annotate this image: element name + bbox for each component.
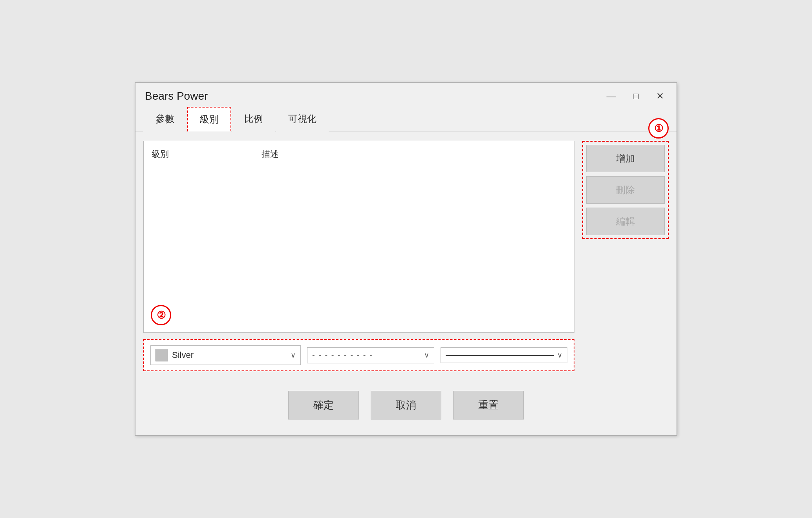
action-buttons-wrapper: 增加 刪除 編輯	[582, 141, 669, 239]
bottom-controls: Silver ∨ - - - - - - - - - - ∨ ∨	[143, 339, 574, 371]
tab-level[interactable]: 級別	[187, 107, 231, 131]
content-area: 級別 描述 ② Silver ∨ - - - - -	[135, 131, 677, 379]
tab-visual[interactable]: 可視化	[276, 107, 329, 131]
table-header: 級別 描述	[144, 141, 574, 165]
line-style-arrow: ∨	[557, 351, 562, 359]
close-button[interactable]: ✕	[653, 90, 667, 102]
cancel-button[interactable]: 取消	[371, 391, 441, 420]
color-dropdown-arrow: ∨	[291, 351, 296, 359]
line-solid-display	[446, 355, 554, 356]
maximize-button[interactable]: □	[630, 90, 642, 102]
tab-scale[interactable]: 比例	[232, 107, 275, 131]
tab-params[interactable]: 參數	[143, 107, 187, 131]
line-style-selector[interactable]: ∨	[441, 347, 568, 363]
line-pattern-display: - - - - - - - - - -	[312, 351, 424, 360]
color-swatch	[155, 349, 168, 361]
ok-button[interactable]: 確定	[288, 391, 359, 420]
main-window: Bears Power — □ ✕ 參數 級別 比例 可視化 級別 描述	[135, 82, 677, 436]
edit-button[interactable]: 編輯	[586, 208, 665, 235]
color-label: Silver	[172, 350, 287, 360]
add-button[interactable]: 增加	[586, 145, 665, 172]
right-panel: ① 增加 刪除 編輯	[582, 141, 669, 371]
tab-bar: 參數 級別 比例 可視化	[135, 106, 677, 131]
col-level-header: 級別	[152, 148, 262, 160]
table-body	[144, 165, 574, 314]
main-panel: 級別 描述 ② Silver ∨ - - - - -	[143, 141, 574, 371]
reset-button[interactable]: 重置	[453, 391, 524, 420]
annotation-badge-1: ①	[648, 118, 669, 139]
line-pattern-selector[interactable]: - - - - - - - - - - ∨	[307, 347, 434, 363]
window-title: Bears Power	[145, 90, 208, 102]
col-desc-header: 描述	[262, 148, 566, 160]
window-controls: — □ ✕	[604, 90, 668, 102]
level-table: 級別 描述 ②	[143, 141, 574, 333]
minimize-button[interactable]: —	[604, 90, 619, 102]
footer: 確定 取消 重置	[135, 379, 677, 435]
annotation-badge-2: ②	[151, 305, 171, 325]
color-selector[interactable]: Silver ∨	[150, 345, 301, 365]
delete-button[interactable]: 刪除	[586, 176, 665, 204]
title-bar: Bears Power — □ ✕	[135, 83, 677, 106]
line-pattern-arrow: ∨	[424, 351, 429, 359]
